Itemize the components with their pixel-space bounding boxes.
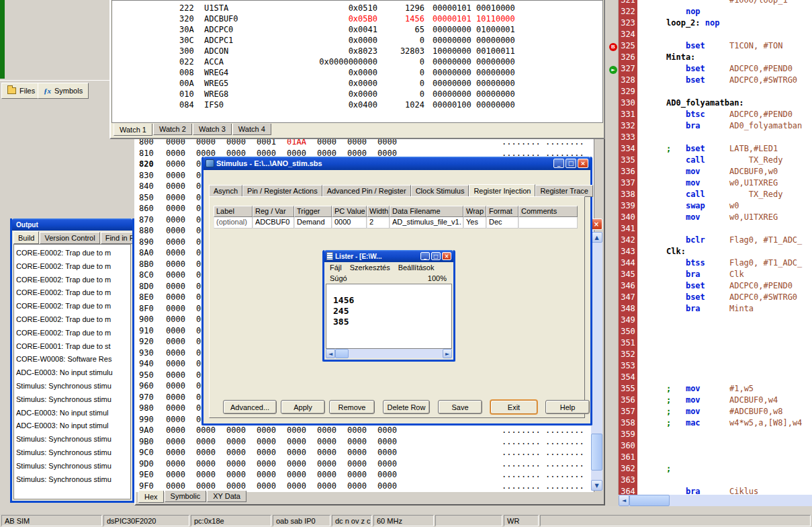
menu-szerkeszt-s[interactable]: Szerkesztés (346, 264, 394, 272)
watch-row[interactable]: 300ADCON0x80233280310000000 00100011 (112, 46, 602, 56)
code-line[interactable]: 326Minta: (608, 52, 812, 64)
code-line[interactable]: 342 bclr Flag0, #T1_ADC_ (608, 235, 812, 247)
code-line[interactable]: 355; mov #1,w5 (608, 384, 812, 395)
tab-register-injection[interactable]: Register Injection (469, 184, 535, 197)
code-line[interactable]: 359 (608, 430, 812, 441)
watch-row[interactable]: 00AWREG50x0000000000000 00000000 (112, 78, 602, 89)
code-line[interactable]: 348 bra Minta (608, 304, 812, 315)
memory-row[interactable]: 9D000000000000000000000000000000000.....… (136, 459, 594, 470)
column-header-pc-value[interactable]: PC Value (332, 206, 367, 217)
column-header-format[interactable]: Format (486, 206, 518, 217)
tab-clock-stimulus[interactable]: Clock Stimulus (411, 185, 469, 197)
watch-row[interactable]: 022ACCA0x0000000000000000000 00000000 (112, 56, 602, 67)
code-line[interactable]: 337 mov w0,U1TXREG (608, 178, 812, 190)
code-line[interactable]: 347 bset ADCPC0,#SWTRG0 (608, 292, 812, 304)
tab-watch-3[interactable]: Watch 3 (193, 124, 232, 135)
memory-row[interactable]: 9A000000000000000000000000000000000.....… (136, 425, 594, 436)
tab-find-in-f[interactable]: Find in F (101, 232, 132, 244)
code-line[interactable]: 323loop_2: nop (608, 18, 812, 30)
code-line[interactable]: 360 (608, 441, 812, 452)
tab-symbolic[interactable]: Symbolic (165, 491, 207, 502)
column-header-data-filename[interactable]: Data Filename (390, 206, 463, 217)
scroll-right-icon[interactable]: ► (443, 349, 452, 358)
menu-s-g[interactable]: Súgó (326, 274, 351, 282)
code-line[interactable]: 357; mov #ADCBUF0,w8 (608, 407, 812, 418)
code-line[interactable]: 339 swap w0 (608, 201, 812, 212)
apply-button[interactable]: Apply (281, 400, 325, 414)
code-line[interactable]: 338 call TX_Redy (608, 190, 812, 201)
code-line[interactable]: 324 (608, 30, 812, 41)
code-line[interactable]: 340 mov w0,U1TXREG (608, 212, 812, 224)
tab-watch-2[interactable]: Watch 2 (153, 124, 192, 135)
exit-button[interactable]: Exit (490, 400, 537, 414)
column-header-width[interactable]: Width (367, 206, 390, 217)
tab-hex[interactable]: Hex (138, 491, 164, 503)
watch-row[interactable]: 084IFS00x0400102400000100 00000000 (112, 99, 602, 110)
tab-watch-4[interactable]: Watch 4 (232, 124, 271, 135)
code-line[interactable]: 358; mac w4*w5,a,[W8],w4 (608, 418, 812, 430)
scroll-left-icon[interactable]: ◄ (326, 349, 335, 358)
scroll-left-icon[interactable]: ◄ (619, 495, 629, 506)
tab-build[interactable]: Build (13, 231, 39, 244)
memory-row[interactable]: 9C000000000000000000000000000000000.....… (136, 448, 594, 458)
watch-row[interactable]: 010WREG80x0000000000000 00000000 (112, 89, 602, 99)
editor-horizontal-scrollbar[interactable]: ◄ (619, 495, 812, 506)
remove-button[interactable]: Remove (329, 400, 375, 414)
column-header-label[interactable]: Label (214, 206, 253, 217)
output-messages[interactable]: CORE-E0002: Trap due to mCORE-E0002: Tra… (13, 244, 131, 499)
watch-row[interactable]: 30CADCPC10x0000000000000 00000000 (112, 35, 602, 46)
menu-be-ll-t-sok[interactable]: Beállítások (394, 264, 439, 272)
code-line[interactable]: 345 bra Clk (608, 270, 812, 281)
lister-horizontal-scrollbar[interactable]: ◄ ► (326, 349, 452, 358)
code-line[interactable]: 330AD0_folyamatban: (608, 98, 812, 110)
output-titlebar[interactable]: Output (12, 218, 132, 231)
tab-register-trace[interactable]: Register Trace (535, 185, 593, 197)
memory-vertical-scrollbar[interactable]: ▲ ▼ (591, 232, 602, 491)
save-button[interactable]: Save (438, 400, 482, 414)
stimulus-table-row[interactable]: (optional)ADCBUF0Demand00002AD_stimulus_… (214, 217, 578, 229)
watch-row[interactable]: 222U1STA0x0510129600000101 00010000 (112, 3, 602, 13)
scroll-down-icon[interactable]: ▼ (591, 480, 602, 491)
tab-xy-data[interactable]: XY Data (207, 491, 246, 502)
code-area[interactable]: 321 #1000/loop_1322 nop323loop_2: nop324… (608, 0, 812, 495)
code-line[interactable]: 333 (608, 132, 812, 144)
tab-watch-1[interactable]: Watch 1 (114, 124, 152, 136)
scrollbar-thumb[interactable] (335, 349, 349, 358)
tab-version-control[interactable]: Version Control (40, 232, 99, 244)
column-header-reg-var[interactable]: Reg / Var (253, 206, 294, 217)
lister-titlebar[interactable]: Lister - [E:\W... _ □ × (324, 250, 453, 262)
watch-row[interactable]: 30AADCPC00x00416500000000 01000001 (112, 24, 602, 35)
code-line[interactable]: 363 (608, 475, 812, 487)
memory-row[interactable]: 9E000000000000000000000000000000000.....… (136, 470, 594, 481)
code-line[interactable]: 343Clk: (608, 247, 812, 258)
advanced-button[interactable]: Advanced... (223, 400, 277, 414)
code-line[interactable]: 350 (608, 327, 812, 338)
code-line[interactable]: 354 (608, 372, 812, 384)
watch-row[interactable]: 008WREG40x0000000000000 00000000 (112, 67, 602, 78)
code-line[interactable]: 331 btsc ADCPC0,#PEND0 (608, 110, 812, 121)
menu-f-jl[interactable]: Fájl (326, 264, 346, 272)
scroll-up-icon[interactable]: ▲ (591, 232, 602, 243)
code-line[interactable]: 341 (608, 224, 812, 235)
minimize-button[interactable]: _ (420, 252, 430, 260)
maximize-button[interactable]: □ (566, 159, 576, 168)
code-line[interactable]: B325 bset T1CON, #TON (608, 41, 812, 52)
tab-files[interactable]: Files (1, 83, 41, 99)
stimulus-titlebar[interactable]: Stimulus - E:\...\ANO_stim.sbs _ □ × (204, 157, 590, 170)
breakpoint-icon[interactable]: B (609, 43, 617, 51)
code-line[interactable]: 321 #1000/loop_1 (608, 0, 812, 7)
tab-advanced-pin-register[interactable]: Advanced Pin / Register (322, 185, 411, 197)
code-line[interactable]: 364 bra Ciklus (608, 487, 812, 495)
column-header-comments[interactable]: Comments (518, 206, 578, 217)
lister-content[interactable]: 1456245385 (326, 284, 452, 349)
minimize-button[interactable]: _ (553, 159, 564, 168)
code-line[interactable]: 351 (608, 338, 812, 350)
column-header-wrap[interactable]: Wrap (463, 206, 486, 217)
help-button[interactable]: Help (545, 400, 590, 414)
code-line[interactable]: 328 bset ADCPC0,#SWTRG0 (608, 75, 812, 87)
code-line[interactable]: 334; bset LATB,#LED1 (608, 144, 812, 155)
close-button[interactable]: × (442, 252, 451, 260)
tab-pin-register-actions[interactable]: Pin / Register Actions (242, 185, 322, 197)
code-line[interactable]: ►327 bset ADCPC0,#PEND0 (608, 64, 812, 75)
code-line[interactable]: 336 mov ADCBUF0,w0 (608, 167, 812, 178)
